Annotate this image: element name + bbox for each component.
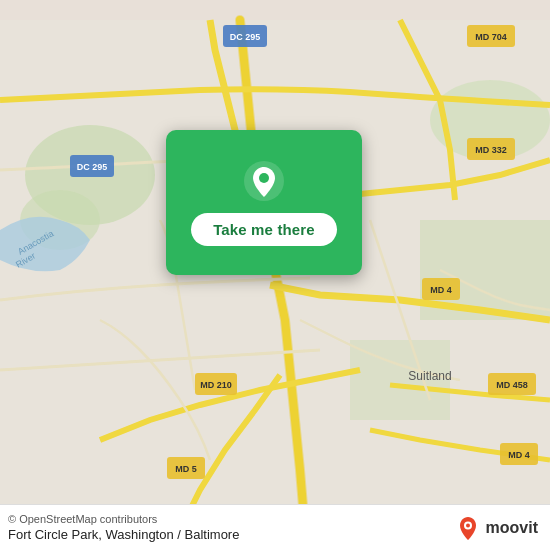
location-pin-icon [242, 159, 286, 203]
bottom-bar: © OpenStreetMap contributors Fort Circle… [0, 504, 550, 550]
svg-text:MD 210: MD 210 [200, 380, 232, 390]
copyright-text: © OpenStreetMap contributors [8, 513, 239, 525]
popup-card: Take me there [166, 130, 362, 275]
svg-point-32 [466, 523, 470, 527]
svg-text:MD 458: MD 458 [496, 380, 528, 390]
svg-text:MD 5: MD 5 [175, 464, 197, 474]
moovit-logo-icon [454, 514, 482, 542]
svg-text:DC 295: DC 295 [77, 162, 108, 172]
svg-text:DC 295: DC 295 [230, 32, 261, 42]
svg-text:MD 4: MD 4 [508, 450, 530, 460]
map-container: DC 295 DC 295 DC 295 MD 704 MD 332 MD 4 … [0, 0, 550, 550]
location-label: Fort Circle Park, Washington / Baltimore [8, 527, 239, 542]
moovit-text: moovit [486, 519, 538, 537]
svg-text:MD 332: MD 332 [475, 145, 507, 155]
svg-text:MD 704: MD 704 [475, 32, 507, 42]
svg-text:Suitland: Suitland [408, 369, 451, 383]
svg-text:MD 4: MD 4 [430, 285, 452, 295]
moovit-logo[interactable]: moovit [454, 514, 538, 542]
take-me-there-button[interactable]: Take me there [191, 213, 337, 246]
map-background: DC 295 DC 295 DC 295 MD 704 MD 332 MD 4 … [0, 0, 550, 550]
svg-point-30 [259, 173, 269, 183]
